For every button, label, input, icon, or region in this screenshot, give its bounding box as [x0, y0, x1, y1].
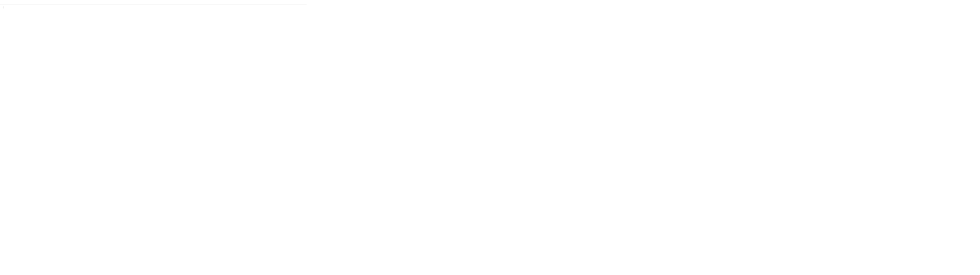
backlog-divider: |: [0, 4, 307, 9]
board-stories: [0, 9, 307, 10]
backlog-count: |: [3, 6, 4, 8]
board-epics-features: [0, 0, 307, 1]
